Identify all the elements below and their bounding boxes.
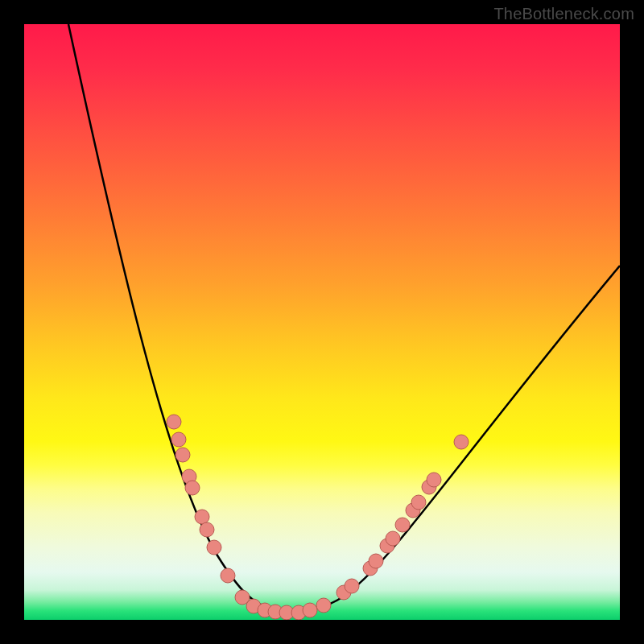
data-marker: [454, 435, 469, 449]
watermark-text: TheBottleneck.com: [493, 5, 634, 23]
data-marker: [221, 568, 235, 583]
marker-group: [167, 415, 469, 620]
data-marker: [303, 603, 317, 617]
bottleneck-curve: [68, 24, 620, 611]
data-marker: [395, 518, 410, 532]
data-marker: [386, 531, 400, 546]
data-marker: [316, 598, 331, 613]
data-marker: [195, 510, 209, 524]
data-marker: [171, 432, 186, 447]
chart-svg: [24, 24, 620, 620]
data-marker: [207, 540, 221, 555]
data-marker: [345, 579, 359, 593]
data-marker: [200, 522, 214, 537]
data-marker: [411, 495, 426, 510]
plot-area: [24, 24, 620, 620]
data-marker: [175, 448, 190, 462]
data-marker: [427, 473, 441, 487]
data-marker: [185, 481, 200, 495]
data-marker: [167, 415, 181, 429]
chart-frame: TheBottleneck.com: [0, 0, 644, 644]
data-marker: [369, 554, 383, 568]
